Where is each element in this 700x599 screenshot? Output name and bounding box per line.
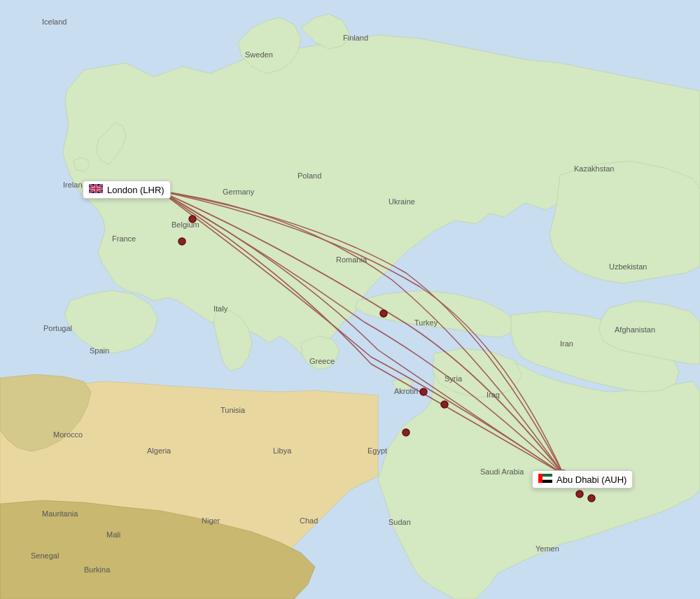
svg-point-2 (178, 238, 186, 245)
svg-point-8 (588, 495, 595, 502)
svg-point-9 (155, 186, 164, 196)
svg-point-1 (189, 216, 196, 223)
map-container: Iceland Sweden Finland Ireland France Be… (0, 0, 700, 599)
svg-point-10 (559, 470, 568, 479)
map-svg (0, 0, 700, 599)
svg-point-6 (402, 429, 410, 436)
svg-point-3 (380, 310, 387, 317)
svg-point-7 (576, 491, 583, 498)
svg-point-4 (420, 388, 427, 395)
svg-point-5 (441, 401, 448, 408)
